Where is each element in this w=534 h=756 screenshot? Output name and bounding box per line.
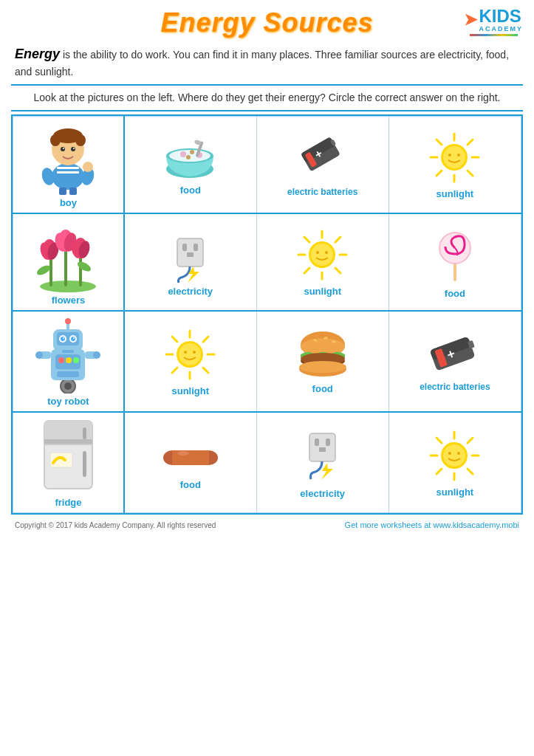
divider-2: [11, 110, 523, 111]
footer: Copyright © 2017 kids Academy Company. A…: [11, 520, 523, 529]
svg-point-6: [71, 147, 75, 151]
svg-line-68: [335, 237, 340, 242]
svg-rect-130: [83, 427, 86, 439]
svg-line-106: [203, 337, 208, 342]
svg-point-5: [61, 147, 65, 151]
svg-marker-142: [321, 463, 333, 480]
svg-line-149: [468, 438, 473, 443]
svg-point-71: [311, 244, 333, 266]
page-title: Energy Sources: [160, 7, 373, 38]
svg-point-120: [299, 361, 346, 373]
svg-point-81: [58, 357, 64, 363]
svg-line-148: [468, 469, 473, 474]
svg-point-153: [448, 452, 451, 455]
cta-text: Get more worksheets at www.kidsacademy.m…: [345, 520, 519, 529]
svg-point-8: [73, 148, 75, 149]
subject-cell-robot: toy robot: [13, 311, 124, 412]
svg-point-152: [443, 444, 465, 467]
sun-icon: [427, 130, 482, 185]
option-cell-fridge-electricity[interactable]: electricity: [256, 412, 388, 513]
flowers-icon: [31, 219, 105, 292]
divider-1: [11, 84, 523, 86]
svg-point-154: [457, 452, 460, 455]
svg-point-11: [41, 166, 57, 186]
svg-point-42: [40, 281, 96, 292]
svg-point-93: [61, 337, 65, 341]
svg-rect-10: [57, 171, 79, 173]
svg-point-137: [177, 451, 189, 456]
intro-text: Energy is the ability to do work. You ca…: [11, 44, 523, 80]
table-row: toy robot: [13, 311, 521, 412]
svg-point-39: [443, 146, 465, 168]
svg-point-98: [65, 318, 71, 324]
svg-rect-58: [182, 244, 187, 251]
svg-rect-44: [64, 248, 67, 286]
option-cell-boy-batteries[interactable]: + electric batteries: [256, 117, 388, 214]
boy-image: [16, 121, 120, 195]
svg-rect-99: [62, 350, 74, 353]
option-cell-robot-batteries[interactable]: + electric batteries: [388, 311, 521, 412]
option-cell-robot-sunlight[interactable]: sunlight: [124, 311, 256, 412]
option-cell-flowers-food[interactable]: food: [388, 213, 521, 311]
svg-line-66: [304, 237, 309, 242]
svg-rect-131: [83, 451, 86, 477]
svg-point-94: [71, 337, 75, 341]
svg-point-78: [64, 382, 72, 390]
sun-icon-2: [295, 227, 350, 283]
sun-icon-3: [162, 327, 218, 382]
svg-line-147: [437, 438, 442, 443]
option-cell-flowers-electricity[interactable]: electricity: [124, 213, 256, 311]
flowers-image: [16, 219, 120, 292]
outlet-icon: [162, 227, 218, 283]
boy-icon: [35, 121, 101, 195]
svg-point-3: [50, 134, 61, 146]
svg-point-46: [35, 264, 52, 278]
svg-point-4: [75, 134, 86, 146]
subject-cell-boy: boy: [13, 117, 124, 214]
subject-cell-flowers: flowers: [13, 213, 124, 311]
battery-icon-2: +: [425, 331, 485, 379]
option-cell-flowers-sunlight[interactable]: sunlight: [256, 213, 388, 311]
robot-image: [16, 316, 120, 394]
svg-point-110: [184, 351, 187, 354]
sun-icon-4: [427, 428, 482, 484]
svg-line-150: [437, 469, 442, 474]
table-row: boy: [13, 117, 521, 214]
svg-rect-15: [69, 188, 77, 195]
svg-line-35: [468, 171, 473, 176]
option-cell-fridge-food[interactable]: food: [124, 412, 256, 513]
svg-rect-60: [187, 252, 194, 257]
instructions-text: Look at the pictures on the left. Where …: [11, 90, 523, 106]
answer-table: boy: [13, 116, 521, 513]
svg-line-37: [437, 171, 442, 176]
svg-line-107: [172, 368, 177, 373]
option-cell-boy-sunlight[interactable]: sunlight: [388, 117, 521, 214]
option-cell-robot-food[interactable]: food: [256, 311, 388, 412]
svg-point-20: [190, 150, 194, 154]
svg-line-36: [468, 140, 473, 145]
svg-rect-43: [49, 255, 52, 286]
svg-point-88: [93, 351, 100, 359]
svg-point-7: [63, 148, 64, 149]
svg-point-73: [325, 251, 328, 254]
svg-point-87: [35, 351, 43, 359]
page-header: Energy Sources ➤ KIDS ACADEMY: [11, 7, 523, 38]
copyright-text: Copyright © 2017 kids Academy Company. A…: [15, 521, 216, 529]
svg-point-109: [179, 343, 201, 365]
svg-rect-59: [194, 244, 198, 251]
svg-point-111: [193, 351, 196, 354]
option-cell-fridge-sunlight[interactable]: sunlight: [388, 412, 521, 513]
svg-point-22: [186, 155, 191, 159]
svg-line-67: [335, 268, 340, 273]
battery-icon: +: [297, 132, 349, 184]
svg-point-72: [316, 251, 319, 254]
svg-point-82: [66, 357, 72, 363]
svg-line-34: [437, 140, 442, 145]
svg-point-41: [457, 154, 460, 157]
svg-rect-84: [57, 371, 79, 377]
svg-line-105: [203, 368, 208, 373]
lollipop-icon: [429, 226, 481, 285]
svg-point-40: [448, 154, 451, 157]
option-cell-boy-food[interactable]: food: [124, 117, 256, 214]
svg-rect-141: [319, 447, 326, 452]
